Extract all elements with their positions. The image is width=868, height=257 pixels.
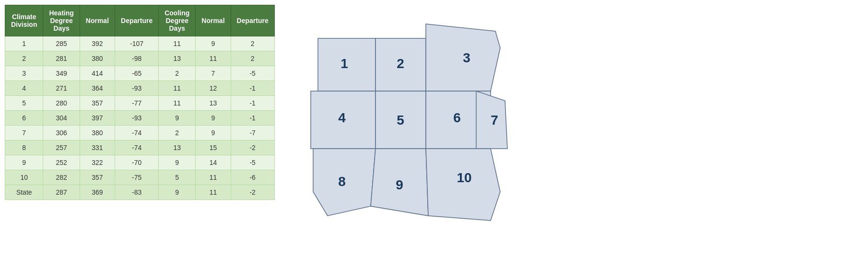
col-header-hdd: HeatingDegreeDays: [43, 5, 80, 36]
table-row: 2281380-9813112: [5, 51, 275, 66]
table-row: 9252322-70914-5: [5, 155, 275, 170]
col-header-division: ClimateDivision: [5, 5, 43, 36]
table-row: 6304397-9399-1: [5, 111, 275, 126]
table-row: 3349414-6527-5: [5, 66, 275, 81]
label-7: 7: [491, 113, 498, 128]
col-header-hdd-departure: Departure: [115, 5, 159, 36]
label-5: 5: [397, 113, 404, 128]
label-8: 8: [338, 174, 346, 189]
table-row: 1285392-1071192: [5, 36, 275, 51]
table-row: 7306380-7429-7: [5, 126, 275, 140]
col-header-hdd-normal: Normal: [80, 5, 115, 36]
label-3: 3: [463, 50, 470, 65]
table-row: 10282357-75511-6: [5, 170, 275, 185]
col-header-cdd: CoolingDegreeDays: [159, 5, 196, 36]
table-row: 5280357-771113-1: [5, 96, 275, 111]
label-4: 4: [338, 110, 346, 125]
ohio-map-container: 1 2 3 4 5 6 7 8 9 10: [284, 5, 524, 245]
climate-table: ClimateDivision HeatingDegreeDays Normal…: [5, 5, 275, 200]
table-row: 8257331-741315-2: [5, 140, 275, 155]
col-header-cdd-normal: Normal: [196, 5, 231, 36]
data-table: ClimateDivision HeatingDegreeDays Normal…: [5, 5, 275, 200]
ohio-map-svg: 1 2 3 4 5 6 7 8 9 10: [289, 10, 519, 240]
table-row: State287369-83911-2: [5, 185, 275, 200]
label-9: 9: [396, 177, 403, 192]
label-10: 10: [457, 170, 471, 185]
label-2: 2: [397, 56, 404, 71]
label-1: 1: [340, 56, 348, 71]
col-header-cdd-departure: Departure: [231, 5, 274, 36]
label-6: 6: [453, 110, 461, 125]
table-row: 4271364-931112-1: [5, 81, 275, 96]
